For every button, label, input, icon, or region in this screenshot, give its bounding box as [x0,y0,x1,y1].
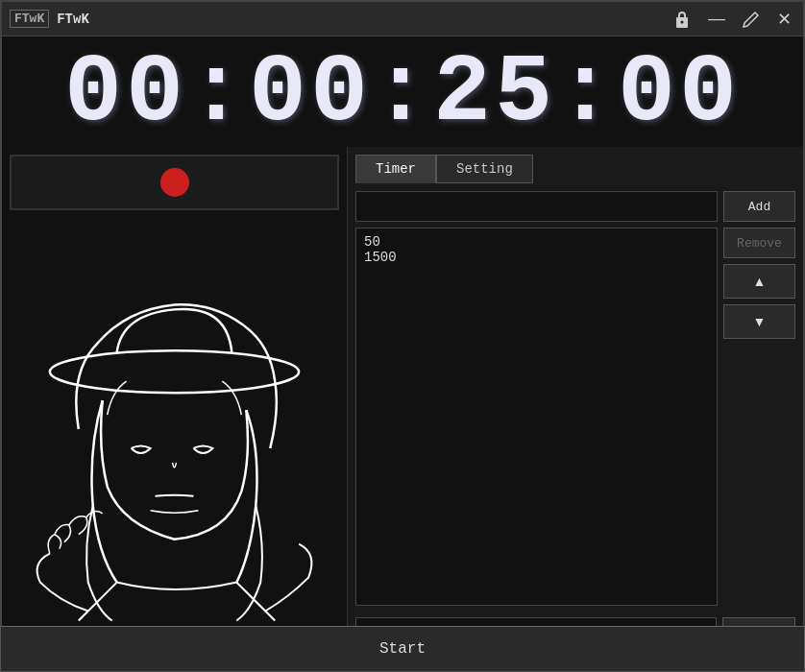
svg-point-2 [50,350,299,393]
left-panel [2,147,348,660]
tab-setting[interactable]: Setting [436,155,533,183]
titlebar-controls: — ✕ [670,7,795,32]
titlebar: FTwK FTwK — ✕ [2,2,803,36]
tab-timer[interactable]: Timer [355,155,436,183]
timer-input[interactable] [355,191,718,222]
move-up-button[interactable]: ▲ [723,264,795,299]
character-sketch [2,218,347,660]
add-button[interactable]: Add [723,191,795,222]
input-row: Add [355,191,795,222]
start-button[interactable]: Start [0,626,805,672]
list-item[interactable]: 1500 [364,250,709,265]
app-icon: FTwK [10,10,49,28]
right-panel: Timer Setting Add 50 1500 Remove ▲ ▼ [348,147,803,660]
minimize-button[interactable]: — [704,7,729,31]
list-item[interactable]: 50 [364,234,709,250]
close-icon: ✕ [777,9,792,30]
remove-button[interactable]: Remove [723,228,795,258]
timer-text: 00:00:25:00 [64,39,741,148]
minimize-icon: — [708,9,725,29]
titlebar-left: FTwK FTwK [10,10,89,28]
record-circle-icon [160,168,189,197]
close-button[interactable]: ✕ [773,7,795,32]
drawing-area [2,218,347,660]
settings-button[interactable] [739,9,764,30]
list-row: 50 1500 Remove ▲ ▼ [355,228,795,606]
record-button[interactable] [10,155,339,210]
app-title: FTwK [57,12,89,27]
move-down-button[interactable]: ▼ [723,304,795,339]
lock-button[interactable] [670,8,695,31]
list-side-buttons: Remove ▲ ▼ [723,228,795,606]
timer-panel: Add 50 1500 Remove ▲ ▼ Apply [355,191,795,652]
bottom-bar: Start [0,626,805,672]
svg-point-1 [681,20,684,23]
lock-icon [673,10,691,29]
app-icon-text: FTwK [14,12,44,26]
tabs: Timer Setting [355,155,795,183]
pencil-icon [743,11,760,28]
timer-display: 00:00:25:00 [2,36,803,147]
main-content: Timer Setting Add 50 1500 Remove ▲ ▼ [2,147,803,660]
timer-list[interactable]: 50 1500 [355,228,718,606]
